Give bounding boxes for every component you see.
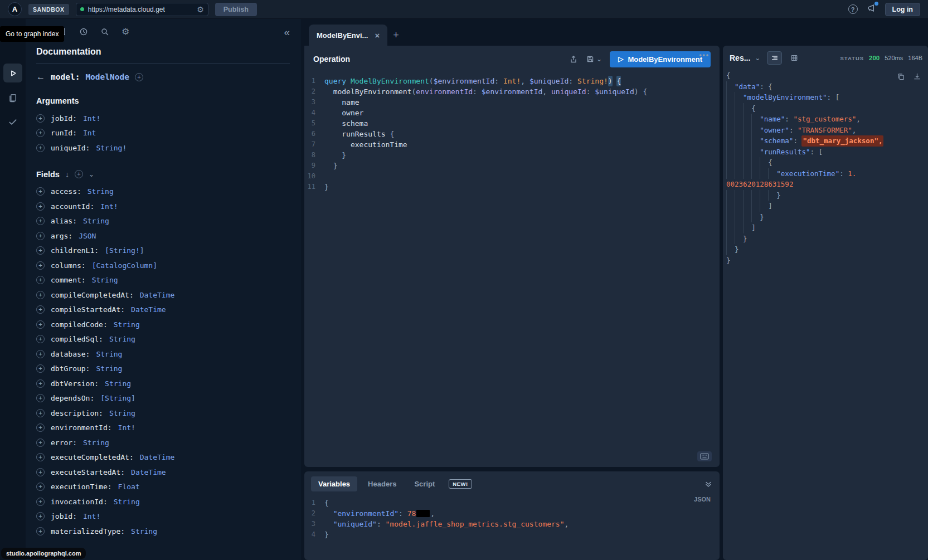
field-type-link[interactable]: String <box>83 217 109 225</box>
endpoint-url-field[interactable]: https://metadata.cloud.get ⚙ <box>76 3 208 16</box>
doc-field-row[interactable]: +compiledSql:String <box>36 332 290 347</box>
announcements-megaphone-icon[interactable] <box>867 3 876 15</box>
add-to-query-icon[interactable]: + <box>36 202 45 211</box>
field-type-link[interactable]: [String] <box>100 394 135 402</box>
field-type-link[interactable]: Int! <box>83 512 100 520</box>
field-type-link[interactable]: DateTime <box>140 291 175 299</box>
field-type-link[interactable]: Int <box>83 129 96 137</box>
field-type-link[interactable]: String! <box>96 144 127 152</box>
format-json-toggle[interactable] <box>767 51 782 65</box>
doc-field-row[interactable]: +dependsOn:[String] <box>36 391 290 406</box>
field-type-link[interactable]: DateTime <box>131 305 166 314</box>
close-tab-icon[interactable]: × <box>375 31 380 40</box>
add-to-query-icon[interactable]: + <box>36 394 45 402</box>
response-json[interactable]: {"data": {"modelByEnvironment": [{"name"… <box>726 70 924 266</box>
doc-field-row[interactable]: +uniqueId:String! <box>36 140 290 155</box>
add-to-query-icon[interactable]: + <box>36 114 45 123</box>
fields-menu-chevron-icon[interactable]: ⌄ <box>89 171 94 178</box>
doc-field-row[interactable]: +runId:Int <box>36 126 290 141</box>
doc-field-row[interactable]: +executeStartedAt:DateTime <box>36 465 290 480</box>
add-to-query-icon[interactable]: + <box>36 350 45 358</box>
field-type-link[interactable]: Float <box>118 483 140 491</box>
doc-field-row[interactable]: +materializedType:String <box>36 524 290 539</box>
table-view-toggle[interactable] <box>786 51 801 65</box>
doc-field-row[interactable]: +compiledCode:String <box>36 317 290 332</box>
help-icon[interactable]: ? <box>848 4 858 14</box>
add-to-query-icon[interactable]: + <box>36 276 45 284</box>
save-operation-button[interactable]: ⌄ <box>586 55 602 64</box>
tab-variables[interactable]: Variables <box>311 476 357 491</box>
back-arrow-icon[interactable]: ← <box>36 72 45 82</box>
field-type-link[interactable]: DateTime <box>140 453 175 461</box>
field-type-link[interactable]: String <box>114 498 140 506</box>
add-to-query-icon[interactable]: + <box>36 217 45 225</box>
add-to-query-icon[interactable]: + <box>36 232 45 240</box>
field-type-link[interactable]: JSON <box>79 232 96 240</box>
doc-field-row[interactable]: +childrenL1:[String!] <box>36 244 290 259</box>
add-to-query-icon[interactable]: + <box>36 129 45 137</box>
settings-gear-icon[interactable]: ⚙ <box>122 27 129 36</box>
field-type-link[interactable]: Int! <box>118 423 135 432</box>
add-all-fields-icon[interactable]: + <box>75 170 83 178</box>
collapse-sidebar-icon[interactable]: « <box>284 27 290 37</box>
add-to-query-icon[interactable]: + <box>36 261 45 270</box>
field-type-link[interactable]: String <box>114 320 140 329</box>
operation-collections-icon[interactable] <box>3 88 22 107</box>
breadcrumb-type-link[interactable]: ModelNode <box>85 72 129 81</box>
doc-field-row[interactable]: +invocationId:String <box>36 494 290 509</box>
add-to-query-icon[interactable]: + <box>36 246 45 255</box>
doc-field-row[interactable]: +dbtVersion:String <box>36 376 290 391</box>
tab-script[interactable]: Script <box>407 476 442 491</box>
add-to-query-icon[interactable]: + <box>36 439 45 447</box>
new-tab-icon[interactable]: + <box>392 30 401 46</box>
search-icon[interactable] <box>100 27 109 36</box>
add-to-query-icon[interactable]: + <box>36 468 45 476</box>
checks-icon[interactable] <box>3 113 22 132</box>
login-button[interactable]: Log in <box>885 3 921 16</box>
add-to-query-icon[interactable]: + <box>36 379 45 388</box>
field-type-link[interactable]: [CatalogColumn] <box>92 261 157 270</box>
response-dropdown-chevron-icon[interactable]: ⌄ <box>755 55 760 61</box>
doc-field-row[interactable]: +environmentId:Int! <box>36 421 290 436</box>
doc-field-row[interactable]: +columns:[CatalogColumn] <box>36 258 290 273</box>
add-to-query-icon[interactable]: + <box>36 527 45 535</box>
copy-response-icon[interactable] <box>897 72 905 81</box>
doc-field-row[interactable]: +error:String <box>36 435 290 450</box>
share-icon[interactable] <box>569 55 578 64</box>
field-type-link[interactable]: String <box>96 364 122 373</box>
doc-field-row[interactable]: +accountId:Int! <box>36 199 290 214</box>
field-type-link[interactable]: String <box>109 335 135 343</box>
publish-button[interactable]: Publish <box>215 3 257 16</box>
doc-field-row[interactable]: +jobId:Int! <box>36 111 290 126</box>
doc-field-row[interactable]: +database:String <box>36 347 290 362</box>
field-type-link[interactable]: String <box>105 379 131 388</box>
doc-field-row[interactable]: +executionTime:Float <box>36 480 290 495</box>
doc-field-row[interactable]: +comment:String <box>36 273 290 288</box>
add-to-query-icon[interactable]: + <box>36 409 45 417</box>
add-to-query-icon[interactable]: + <box>36 320 45 329</box>
field-type-link[interactable]: Int! <box>100 202 118 211</box>
history-icon[interactable] <box>79 27 88 36</box>
doc-field-row[interactable]: +args:JSON <box>36 228 290 244</box>
doc-field-row[interactable]: +access:String <box>36 184 290 199</box>
doc-field-row[interactable]: +jobId:Int! <box>36 509 290 524</box>
add-type-icon[interactable]: + <box>135 73 143 81</box>
field-type-link[interactable]: String <box>131 527 157 535</box>
variables-editor[interactable]: 1{2"environmentId": 78,3"uniqueId": "mod… <box>304 495 720 540</box>
add-to-query-icon[interactable]: + <box>36 364 45 373</box>
field-type-link[interactable]: String <box>88 187 114 196</box>
apollo-logo[interactable]: A <box>8 2 22 16</box>
field-type-link[interactable]: String <box>92 276 118 284</box>
sort-fields-icon[interactable]: ↓ <box>65 170 69 179</box>
save-menu-chevron-icon[interactable]: ⌄ <box>596 56 602 62</box>
doc-field-row[interactable]: +executeCompletedAt:DateTime <box>36 450 290 465</box>
endpoint-settings-gear-icon[interactable]: ⚙ <box>197 6 204 13</box>
add-to-query-icon[interactable]: + <box>36 512 45 520</box>
editor-options-icon[interactable]: ••• <box>699 51 710 59</box>
doc-field-row[interactable]: +compileStartedAt:DateTime <box>36 303 290 318</box>
add-to-query-icon[interactable]: + <box>36 291 45 299</box>
add-to-query-icon[interactable]: + <box>36 453 45 461</box>
download-response-icon[interactable] <box>913 72 921 81</box>
add-to-query-icon[interactable]: + <box>36 305 45 314</box>
doc-field-row[interactable]: +dbtGroup:String <box>36 362 290 377</box>
